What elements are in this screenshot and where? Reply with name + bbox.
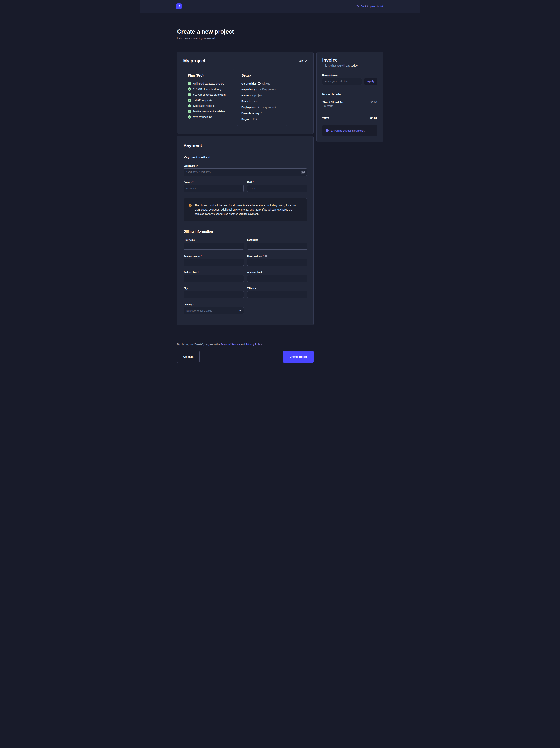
city-field: City* bbox=[184, 287, 244, 298]
email-info-icon[interactable]: i bbox=[265, 255, 267, 257]
required-asterisk: * bbox=[253, 181, 254, 184]
cvc-input[interactable] bbox=[247, 185, 307, 192]
terms-of-service-link[interactable]: Terms of Service bbox=[221, 343, 240, 346]
card-number-input[interactable] bbox=[184, 168, 307, 176]
address-line-1-label: Address line 1* bbox=[184, 271, 244, 274]
address-line-2-input[interactable] bbox=[247, 275, 308, 282]
top-bar: ↻ Back to projects list bbox=[140, 0, 420, 13]
address-line-2-field: Address line 2 bbox=[247, 271, 308, 282]
discount-code-input[interactable] bbox=[322, 78, 362, 85]
card-usage-notice: ! The chosen card will be used for all p… bbox=[184, 198, 307, 221]
setup-row-branch: Branch main bbox=[242, 100, 283, 103]
plan-feature-list: Unlimited database entries 250 GB of ass… bbox=[188, 82, 229, 119]
invoice-card: Invoice This is what you will pay today … bbox=[316, 52, 383, 142]
check-icon bbox=[188, 93, 191, 96]
zip-code-input[interactable] bbox=[247, 291, 308, 298]
apply-discount-button[interactable]: Apply bbox=[364, 78, 377, 85]
payment-method-title: Payment method bbox=[184, 156, 307, 159]
credit-card-icon bbox=[301, 171, 305, 173]
required-asterisk: * bbox=[200, 271, 200, 274]
line-item-name: Strapi Cloud Pro bbox=[322, 101, 344, 104]
first-name-field: First name bbox=[184, 239, 244, 250]
total-label: TOTAL bbox=[322, 116, 331, 120]
plan-feature: Multi-environment available bbox=[188, 110, 229, 113]
check-icon bbox=[188, 104, 191, 108]
required-asterisk: * bbox=[258, 287, 258, 290]
back-to-projects-link[interactable]: ↻ Back to projects list bbox=[357, 5, 383, 8]
line-item-period: This month bbox=[322, 105, 344, 107]
first-name-input[interactable] bbox=[184, 242, 244, 250]
expires-input[interactable] bbox=[184, 185, 244, 192]
card-number-label: Card Number* bbox=[184, 165, 307, 167]
price-line-item: Strapi Cloud Pro This month $8.04 bbox=[322, 101, 377, 107]
plan-box-title: Plan (Pro) bbox=[188, 74, 229, 77]
plan-feature: 1M API requests bbox=[188, 99, 229, 102]
plan-feature: Selectable regions bbox=[188, 104, 229, 108]
my-project-card: My project Edit Plan (Pro) Unlimited dat… bbox=[177, 52, 314, 134]
billing-information-title: Billing information bbox=[184, 230, 307, 234]
main-content: Create a new project Lets create somethi… bbox=[177, 28, 383, 376]
discount-code-label: Discount code bbox=[322, 74, 377, 76]
strapi-bolt-icon bbox=[177, 4, 181, 8]
next-month-charge-text: $75 will be charged next month. bbox=[331, 130, 365, 132]
redo-icon: ↻ bbox=[357, 5, 359, 8]
plan-box: Plan (Pro) Unlimited database entries 25… bbox=[183, 69, 234, 126]
first-name-label: First name bbox=[184, 239, 244, 241]
plan-feature: 250 GB of assets storage bbox=[188, 88, 229, 91]
setup-row-base-directory: Base directory / bbox=[242, 112, 283, 115]
setup-box-title: Setup bbox=[242, 74, 283, 77]
terms-agreement-text: By clicking on "Create", I agree to the … bbox=[177, 343, 314, 346]
address-line-2-label: Address line 2 bbox=[247, 271, 308, 274]
go-back-button[interactable]: Go back bbox=[177, 351, 200, 363]
address-line-1-field: Address line 1* bbox=[184, 271, 244, 282]
address-line-1-input[interactable] bbox=[184, 275, 244, 282]
required-asterisk: * bbox=[189, 287, 190, 290]
privacy-policy-link[interactable]: Privacy Policy bbox=[246, 343, 262, 346]
setup-box: Setup Git provider GitHub Repository bbox=[237, 69, 287, 126]
plan-feature: 500 GB of assets bandwidth bbox=[188, 93, 229, 96]
github-icon bbox=[258, 82, 261, 85]
last-name-input[interactable] bbox=[247, 242, 308, 250]
back-link-label: Back to projects list bbox=[361, 5, 383, 8]
invoice-divider bbox=[322, 112, 377, 112]
next-month-charge-banner: i $75 will be charged next month. bbox=[322, 125, 377, 136]
plan-feature: Unlimited database entries bbox=[188, 82, 229, 85]
check-icon bbox=[188, 110, 191, 113]
required-asterisk: * bbox=[198, 165, 199, 167]
project-card-title: My project bbox=[183, 58, 205, 63]
invoice-subtitle: This is what you will pay today bbox=[322, 64, 377, 67]
strapi-cloud-logo[interactable] bbox=[176, 3, 182, 9]
expires-field: Expires* bbox=[184, 181, 244, 192]
company-name-field: Company name* bbox=[184, 255, 244, 266]
city-label: City* bbox=[184, 287, 244, 290]
email-address-input[interactable] bbox=[247, 259, 308, 266]
last-name-label: Last name bbox=[247, 239, 308, 241]
required-asterisk: * bbox=[192, 181, 193, 184]
create-project-button[interactable]: Create project bbox=[283, 351, 314, 363]
check-icon bbox=[188, 115, 191, 119]
email-address-field: Email address* i bbox=[247, 255, 308, 266]
country-select-placeholder: Select or enter a value bbox=[186, 309, 212, 312]
zip-code-field: ZIP code* bbox=[247, 287, 308, 298]
invoice-title: Invoice bbox=[322, 57, 377, 63]
expires-label: Expires* bbox=[184, 181, 244, 184]
city-input[interactable] bbox=[184, 291, 244, 298]
edit-project-button[interactable]: Edit bbox=[298, 60, 308, 62]
zip-code-label: ZIP code* bbox=[247, 287, 308, 290]
price-details-title: Price details bbox=[322, 92, 377, 96]
required-asterisk: * bbox=[263, 255, 264, 257]
plan-feature: Weekly backups bbox=[188, 115, 229, 119]
card-usage-notice-text: The chosen card will be used for all pro… bbox=[195, 203, 302, 216]
last-name-field: Last name bbox=[247, 239, 308, 250]
page-subtitle: Lets create something awesome! bbox=[177, 37, 383, 40]
line-item-amount: $8.04 bbox=[370, 101, 377, 107]
setup-row-deployment: Deployment At every commit bbox=[242, 106, 283, 109]
setup-row-region: Region USA bbox=[242, 117, 283, 121]
check-icon bbox=[188, 82, 191, 85]
company-name-input[interactable] bbox=[184, 259, 244, 266]
payment-card: Payment Payment method Card Number* bbox=[177, 136, 314, 325]
country-select[interactable]: Select or enter a value ▼ bbox=[184, 307, 244, 314]
total-amount: $8.04 bbox=[370, 116, 377, 120]
chevron-down-icon: ▼ bbox=[239, 309, 241, 312]
company-name-label: Company name* bbox=[184, 255, 244, 257]
